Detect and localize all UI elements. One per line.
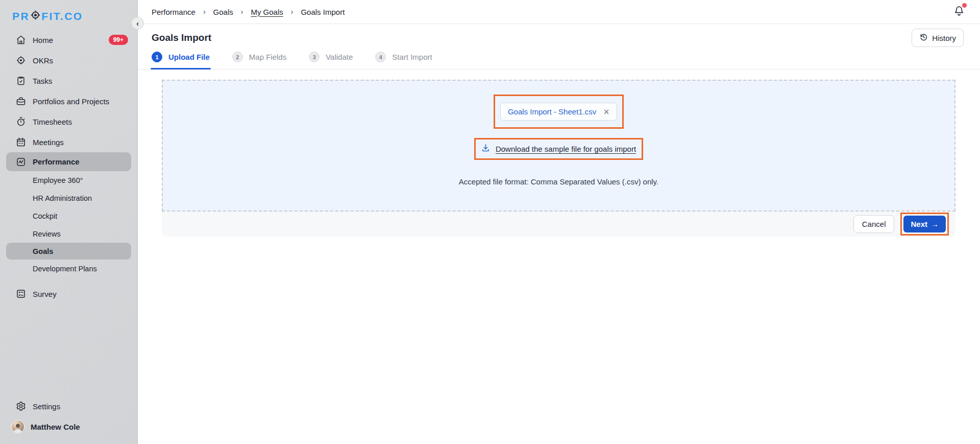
breadcrumb-performance[interactable]: Performance (152, 8, 195, 16)
step-number: 3 (309, 52, 320, 62)
breadcrumb-separator: › (241, 8, 243, 16)
notifications-button[interactable] (953, 5, 965, 18)
sidebar-item-label: Timesheets (33, 118, 72, 126)
home-notification-badge: 99+ (109, 35, 128, 45)
remove-file-icon[interactable]: ✕ (603, 108, 609, 115)
chevron-left-icon: ‹ (136, 19, 139, 28)
sidebar-subitem-development-plans[interactable]: Development Plans (0, 260, 137, 277)
sidebar-nav: Home 99+ OKRs Tasks Portfolios and Proje… (0, 30, 137, 304)
next-label: Next (911, 220, 927, 228)
sidebar-subitem-cockpit[interactable]: Cockpit (0, 207, 137, 225)
sidebar-item-label: Meetings (33, 138, 64, 147)
sidebar-subitem-reviews[interactable]: Reviews (0, 225, 137, 243)
sidebar-item-label: Settings (33, 402, 60, 411)
breadcrumb-separator: › (203, 8, 206, 16)
annotation-box-file-chip: Goals Import - Sheet1.csv ✕ (494, 95, 624, 129)
main-content: Goals Import History 1 Upload File 2 Map… (138, 24, 980, 444)
panel-footer: Cancel Next → (162, 212, 955, 237)
sidebar-item-home[interactable]: Home 99+ (0, 30, 137, 50)
breadcrumb-separator: › (291, 8, 293, 16)
sidebar-item-okrs[interactable]: OKRs (0, 50, 137, 71)
tab-label: Start Import (392, 53, 432, 61)
breadcrumb-goals[interactable]: Goals (213, 8, 233, 16)
sidebar-item-label: Survey (33, 290, 57, 298)
user-menu[interactable]: Matthew Cole (0, 416, 137, 437)
sidebar-item-timesheets[interactable]: Timesheets (0, 111, 137, 132)
logo-text-post: FIT.CO (41, 10, 83, 22)
import-step-tabs: 1 Upload File 2 Map Fields 3 Validate 4 … (138, 52, 980, 69)
arrow-right-icon: → (931, 220, 939, 228)
breadcrumb: Performance › Goals › My Goals › Goals I… (152, 8, 345, 16)
breadcrumb-goals-import[interactable]: Goals Import (301, 8, 345, 16)
cancel-button[interactable]: Cancel (853, 215, 895, 233)
briefcase-icon (15, 96, 26, 107)
notification-dot (962, 3, 967, 8)
calendar-icon (15, 137, 26, 148)
uploaded-file-name: Goals Import - Sheet1.csv (508, 107, 596, 116)
download-icon (481, 144, 490, 154)
annotation-box-download-link: Download the sample file for goals impor… (474, 138, 643, 160)
uploaded-file-chip: Goals Import - Sheet1.csv ✕ (500, 103, 617, 121)
sidebar-subitem-goals[interactable]: Goals (6, 243, 131, 260)
step-number: 1 (152, 52, 162, 62)
tab-upload-file[interactable]: 1 Upload File (152, 52, 210, 69)
sidebar-bottom: Settings Matthew Cole (0, 396, 137, 437)
history-label: History (932, 34, 956, 42)
tasks-clipboard-icon (15, 76, 26, 86)
sidebar: ‹ PR FIT.CO Home 99+ OKRs (0, 0, 138, 444)
sidebar-subitem-label: Employee 360° (33, 176, 83, 184)
upload-panel: Goals Import - Sheet1.csv ✕ Download the… (162, 80, 955, 237)
tab-validate[interactable]: 3 Validate (309, 52, 353, 69)
okrs-target-icon (15, 55, 26, 66)
sidebar-subitem-label: Cockpit (33, 212, 57, 220)
sidebar-collapse-button[interactable]: ‹ (131, 17, 144, 30)
file-dropzone[interactable]: Goals Import - Sheet1.csv ✕ Download the… (162, 80, 955, 212)
history-button[interactable]: History (912, 29, 964, 47)
sidebar-subitem-label: HR Administration (33, 194, 92, 202)
user-name: Matthew Cole (31, 423, 80, 431)
page-title: Goals Import (152, 32, 964, 43)
breadcrumb-my-goals[interactable]: My Goals (251, 8, 283, 16)
sidebar-item-tasks[interactable]: Tasks (0, 71, 137, 91)
step-number: 2 (232, 52, 243, 62)
sidebar-subitem-label: Reviews (33, 230, 61, 238)
nav-spacer (0, 277, 137, 284)
next-button[interactable]: Next → (903, 216, 946, 232)
home-icon (15, 35, 26, 45)
logo-text-pre: PR (12, 10, 30, 22)
sidebar-subitem-label: Development Plans (33, 265, 97, 273)
download-sample-link[interactable]: Download the sample file for goals impor… (481, 144, 636, 154)
download-link-text: Download the sample file for goals impor… (496, 145, 636, 153)
sidebar-subitem-employee-360[interactable]: Employee 360° (0, 171, 137, 189)
sidebar-item-survey[interactable]: Survey (0, 284, 137, 304)
sidebar-item-label: Tasks (33, 77, 52, 85)
sidebar-item-label: Portfolios and Projects (33, 97, 109, 106)
tab-label: Map Fields (249, 53, 286, 61)
profit-co-logo: PR FIT.CO (0, 0, 137, 22)
page-header: Goals Import History (138, 24, 980, 43)
survey-checklist-icon (15, 289, 26, 299)
tab-map-fields[interactable]: 2 Map Fields (232, 52, 286, 69)
avatar (11, 420, 24, 433)
sidebar-item-label: OKRs (33, 56, 53, 65)
accepted-format-note: Accepted file format: Comma Separated Va… (459, 177, 658, 186)
bell-icon (953, 9, 965, 18)
step-number: 4 (375, 52, 386, 62)
sidebar-item-portfolios[interactable]: Portfolios and Projects (0, 91, 137, 111)
target-logo-icon (30, 10, 41, 22)
sidebar-item-label: Home (33, 36, 53, 44)
tab-label: Upload File (168, 53, 210, 61)
sidebar-item-performance[interactable]: Performance (6, 152, 131, 171)
sidebar-item-settings[interactable]: Settings (0, 396, 137, 416)
sidebar-item-label: Performance (33, 157, 80, 166)
topbar: Performance › Goals › My Goals › Goals I… (138, 0, 980, 24)
performance-chart-icon (15, 156, 26, 167)
sidebar-item-meetings[interactable]: Meetings (0, 132, 137, 152)
tab-label: Validate (326, 53, 353, 61)
sidebar-subitem-label: Goals (33, 247, 53, 255)
tab-start-import[interactable]: 4 Start Import (375, 52, 432, 69)
sidebar-subitem-hr-administration[interactable]: HR Administration (0, 189, 137, 207)
annotation-box-next-button: Next → (900, 213, 949, 236)
stopwatch-icon (15, 116, 26, 127)
history-clock-icon (919, 33, 928, 43)
